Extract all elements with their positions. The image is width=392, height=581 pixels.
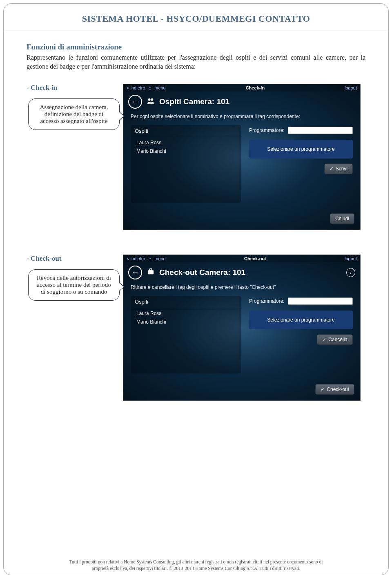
checkout-subtitle: - Check-out bbox=[27, 255, 123, 263]
guest-item[interactable]: Laura Rossi bbox=[131, 137, 241, 146]
checkin-logout-link[interactable]: logout bbox=[345, 85, 357, 90]
arrow-left-icon: ← bbox=[131, 98, 139, 106]
checkin-header-title: Ospiti Camera: 101 bbox=[159, 97, 229, 106]
write-button[interactable]: ✓ Scrivi bbox=[324, 163, 353, 174]
footer-line2: proprietà esclusiva, dei rispettivi tito… bbox=[92, 566, 301, 571]
close-button-label: Chiudi bbox=[335, 216, 349, 221]
document-content: Funzioni di amministrazione Rappresentan… bbox=[4, 31, 388, 401]
checkin-row: - Check-in Assegnazione della camera, de… bbox=[27, 84, 365, 230]
checkin-callout: Assegnazione della camera, definizione d… bbox=[28, 98, 120, 130]
checkout-button[interactable]: ✓ Check-out bbox=[315, 384, 354, 395]
arrow-left-icon: ← bbox=[131, 268, 139, 277]
section-heading: Funzioni di amministrazione bbox=[27, 42, 365, 51]
svg-rect-4 bbox=[149, 270, 149, 274]
check-icon: ✓ bbox=[330, 166, 334, 172]
programmer-panel: Selezionare un programmatore bbox=[249, 140, 353, 159]
checkin-right-col: < indietro ⌂ menu Check-In logout ← bbox=[123, 84, 365, 230]
guests-list-header: Ospiti bbox=[131, 296, 241, 308]
checkin-subtitle: - Check-in bbox=[27, 84, 123, 92]
svg-point-0 bbox=[148, 98, 151, 101]
svg-rect-2 bbox=[148, 270, 154, 274]
guest-item[interactable]: Mario Bianchi bbox=[131, 317, 241, 325]
programmer-panel: Selezionare un programmatore bbox=[249, 311, 353, 329]
document-title: SISTEMA HOTEL - HSYCO/DUEMMEGI CONTATTO bbox=[4, 4, 388, 31]
home-icon: ⌂ bbox=[149, 85, 151, 90]
checkout-topbar: < indietro ⌂ menu Check-out logout bbox=[123, 255, 360, 262]
write-button-row: ✓ Scrivi bbox=[249, 163, 353, 174]
checkin-subtext: Per ogni ospite selezionare il nominativ… bbox=[123, 112, 360, 125]
check-icon: ✓ bbox=[322, 337, 326, 342]
document-page: SISTEMA HOTEL - HSYCO/DUEMMEGI CONTATTO … bbox=[3, 3, 389, 575]
home-icon: ⌂ bbox=[149, 256, 151, 261]
checkout-back-link[interactable]: < indietro bbox=[127, 256, 145, 261]
checkout-subtext: Ritirare e cancellare i tag degli ospiti… bbox=[123, 283, 360, 296]
checkin-body: Ospiti Laura Rossi Mario Bianchi Program… bbox=[123, 125, 360, 210]
checkout-programmer-col: Programmatore: Selezionare un programmat… bbox=[249, 296, 353, 373]
checkin-programmer-col: Programmatore: Selezionare un programmat… bbox=[249, 125, 353, 203]
checkin-left-col: - Check-in Assegnazione della camera, de… bbox=[27, 84, 123, 130]
programmer-label: Programmatore: bbox=[249, 127, 285, 133]
checkout-app-screenshot: < indietro ⌂ menu Check-out logout ← bbox=[123, 255, 361, 401]
checkout-menu-link[interactable]: menu bbox=[154, 256, 166, 261]
programmer-row: Programmatore: bbox=[249, 127, 353, 134]
page-footer: Tutti i prodotti non relativi a Home Sys… bbox=[4, 559, 388, 572]
programmer-row: Programmatore: bbox=[249, 297, 353, 305]
checkin-topbar: < indietro ⌂ menu Check-In logout bbox=[123, 84, 360, 92]
back-circle-button[interactable]: ← bbox=[128, 95, 142, 109]
guest-item[interactable]: Mario Bianchi bbox=[131, 146, 241, 154]
checkout-button-label: Check-out bbox=[327, 387, 349, 392]
suitcase-icon bbox=[146, 268, 155, 277]
info-icon[interactable]: i bbox=[346, 268, 355, 277]
programmer-select[interactable] bbox=[288, 297, 353, 305]
check-icon: ✓ bbox=[321, 387, 325, 392]
cancel-button[interactable]: ✓ Cancella bbox=[317, 334, 353, 345]
checkin-back-link[interactable]: < indietro bbox=[127, 85, 145, 90]
checkout-footer: ✓ Check-out bbox=[123, 381, 360, 400]
guest-item[interactable]: Laura Rossi bbox=[131, 308, 241, 317]
checkout-body: Ospiti Laura Rossi Mario Bianchi Program… bbox=[123, 296, 360, 381]
checkout-guests-list: Ospiti Laura Rossi Mario Bianchi bbox=[131, 296, 241, 373]
checkout-header: ← Check-out Camera: 101 i bbox=[123, 262, 360, 283]
checkin-topbar-title: Check-In bbox=[246, 85, 265, 90]
checkout-row: - Check-out Revoca delle autorizzazioni … bbox=[27, 255, 365, 401]
svg-rect-5 bbox=[152, 270, 152, 274]
footer-line1: Tutti i prodotti non relativi a Home Sys… bbox=[69, 559, 323, 564]
guests-icon bbox=[146, 98, 155, 106]
checkin-footer: Chiudi bbox=[123, 210, 360, 230]
checkout-header-title: Check-out Camera: 101 bbox=[159, 268, 245, 277]
svg-rect-3 bbox=[149, 269, 151, 270]
svg-point-1 bbox=[151, 98, 153, 101]
checkin-guests-list: Ospiti Laura Rossi Mario Bianchi bbox=[131, 125, 241, 203]
programmer-label: Programmatore: bbox=[249, 298, 285, 304]
cancel-button-label: Cancella bbox=[328, 337, 347, 342]
checkout-right-col: < indietro ⌂ menu Check-out logout ← bbox=[123, 255, 365, 401]
guests-list-header: Ospiti bbox=[131, 125, 241, 137]
checkin-header: ← Ospiti Camera: 101 bbox=[123, 92, 360, 112]
checkout-topbar-title: Check-out bbox=[244, 256, 266, 261]
checkout-left-col: - Check-out Revoca delle autorizzazioni … bbox=[27, 255, 123, 301]
write-button-label: Scrivi bbox=[336, 166, 347, 172]
cancel-button-row: ✓ Cancella bbox=[249, 334, 353, 345]
checkin-app-screenshot: < indietro ⌂ menu Check-In logout ← bbox=[123, 84, 361, 230]
checkout-callout: Revoca delle autorizzazioni di accesso a… bbox=[28, 269, 120, 301]
checkin-menu-link[interactable]: menu bbox=[154, 85, 166, 90]
close-button[interactable]: Chiudi bbox=[330, 213, 354, 224]
programmer-select[interactable] bbox=[288, 127, 353, 134]
back-circle-button[interactable]: ← bbox=[128, 266, 142, 279]
checkout-logout-link[interactable]: logout bbox=[345, 256, 357, 261]
section-body: Rappresentano le funzioni comunemente ut… bbox=[27, 53, 365, 71]
